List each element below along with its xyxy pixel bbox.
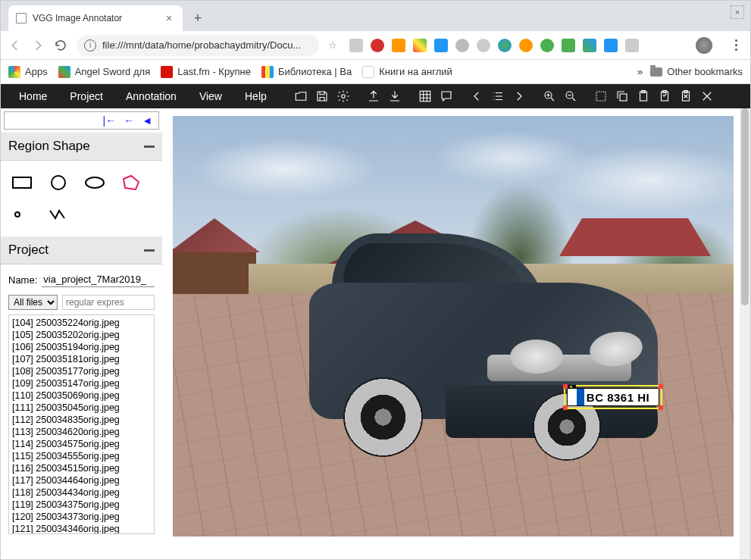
bookmark-item[interactable]: Библиотека | Ва [261,66,352,78]
list-icon[interactable] [491,89,505,103]
list-item[interactable]: [121] 250034346orig.jpeg [12,523,151,534]
ext-icon[interactable] [625,39,639,52]
list-item[interactable]: [111] 250035045orig.jpeg [12,402,151,414]
forward-button[interactable] [31,39,45,52]
resize-handle[interactable] [563,405,568,410]
download-icon[interactable] [388,89,402,103]
bookmark-item[interactable]: Angel Sword для [58,66,151,78]
ext-icon[interactable] [477,39,490,52]
shape-rect[interactable] [11,174,33,191]
ext-icon[interactable] [413,39,427,52]
shape-circle[interactable] [48,174,69,191]
copy-icon[interactable] [615,89,629,103]
zoom-in-icon[interactable] [543,89,556,103]
list-item[interactable]: [108] 250035177orig.jpeg [12,365,151,377]
profile-avatar[interactable] [696,37,712,54]
bookmark-item[interactable]: Last.fm - Крупне [161,66,251,78]
menu-annotation[interactable]: Annotation [115,84,187,108]
browser-tab[interactable]: VGG Image Annotator × [8,5,183,31]
list-item[interactable]: [107] 250035181orig.jpeg [12,353,151,365]
ext-icon[interactable] [604,39,618,52]
page-scrollbar[interactable] [740,108,750,559]
bookmark-star-icon[interactable]: ☆ [328,39,337,51]
region-shape-header[interactable]: Region Shape [1,133,162,161]
zoom-out-icon[interactable] [564,89,577,103]
clipboard-icon[interactable] [658,89,671,103]
ext-icon[interactable] [519,39,533,52]
list-item[interactable]: [118] 250034434orig.jpeg [12,486,151,499]
scrollbar-thumb[interactable] [741,108,749,305]
upload-icon[interactable] [367,89,380,103]
url-field[interactable]: i file:///mnt/data/home/probachaydmitry/… [77,35,319,56]
ext-icon[interactable] [392,39,405,52]
shape-point[interactable] [11,206,33,223]
back-button[interactable] [8,39,22,52]
open-icon[interactable] [294,89,308,103]
file-list[interactable]: [104] 250035224orig.jpeg [105] 250035202… [8,314,155,534]
close-icon[interactable] [700,89,714,103]
next-icon[interactable] [512,89,526,103]
project-header[interactable]: Project [1,236,162,264]
select-all-icon[interactable] [594,89,608,103]
window-close-button[interactable]: × [731,5,744,19]
list-item[interactable]: [109] 250035147orig.jpeg [12,377,151,389]
ext-icon[interactable] [371,39,384,52]
shape-polygon[interactable] [120,174,142,191]
ext-icon[interactable] [562,39,575,52]
comment-icon[interactable] [440,89,453,103]
ext-icon[interactable] [540,39,554,52]
grid-icon[interactable] [418,89,432,103]
bookmark-apps[interactable]: Apps [8,66,48,78]
site-info-icon[interactable]: i [84,39,96,52]
file-filter-input[interactable] [62,295,155,310]
list-item[interactable]: [113] 250034620orig.jpeg [12,426,151,438]
menu-view[interactable]: View [189,84,233,108]
ext-icon[interactable] [498,39,512,52]
ext-icon[interactable] [349,39,363,52]
menu-project[interactable]: Project [59,84,114,108]
list-item[interactable]: [110] 250035069orig.jpeg [12,389,151,402]
list-item[interactable]: [116] 250034515orig.jpeg [12,462,151,474]
reload-button[interactable] [54,39,67,52]
annotation-region[interactable]: 1 BC 8361 HI [564,385,662,409]
list-item[interactable]: [105] 250035202orig.jpeg [12,329,151,341]
list-item[interactable]: [117] 250034464orig.jpeg [12,474,151,486]
file-filter-select[interactable]: All files [8,295,58,310]
shape-ellipse[interactable] [84,174,105,191]
save-icon[interactable] [315,89,329,103]
close-tab-icon[interactable]: × [163,12,175,24]
image-canvas[interactable]: 1 BC 8361 HI [173,116,734,537]
ext-icon[interactable] [583,39,596,52]
new-tab-button[interactable]: + [187,8,208,29]
bookmark-label: Apps [25,66,48,77]
nav-first-icon[interactable]: |← [103,114,117,127]
collapse-icon[interactable] [144,249,155,252]
bookmark-item[interactable]: Книги на англий [362,66,452,78]
list-item[interactable]: [115] 250034555orig.jpeg [12,450,151,462]
list-item[interactable]: [106] 250035194orig.jpeg [12,341,151,353]
nav-play-icon[interactable]: ◄ [142,114,152,127]
nav-prev-icon[interactable]: ← [124,114,134,127]
list-item[interactable]: [114] 250034575orig.jpeg [12,438,151,450]
resize-handle[interactable] [563,384,568,389]
resize-handle[interactable] [659,405,663,410]
project-name-input[interactable] [42,272,155,287]
ext-icon[interactable] [434,39,448,52]
list-item[interactable]: [120] 250034373orig.jpeg [12,511,151,523]
other-bookmarks[interactable]: Other bookmarks [650,66,743,77]
resize-handle[interactable] [659,384,663,389]
list-item[interactable]: [112] 250034835orig.jpeg [12,414,151,426]
settings-icon[interactable] [336,89,350,103]
prev-icon[interactable] [470,89,483,103]
paste-icon[interactable] [637,89,650,103]
bookmarks-more-button[interactable]: » [637,66,643,77]
shape-polyline[interactable] [48,206,69,223]
list-item[interactable]: [104] 250035224orig.jpeg [12,317,151,329]
menu-help[interactable]: Help [234,84,277,108]
menu-home[interactable]: Home [8,84,58,108]
list-item[interactable]: [119] 250034375orig.jpeg [12,499,151,511]
delete-icon[interactable] [679,89,693,103]
collapse-icon[interactable] [144,145,155,148]
browser-menu-button[interactable] [729,39,743,51]
ext-icon[interactable] [455,39,469,52]
